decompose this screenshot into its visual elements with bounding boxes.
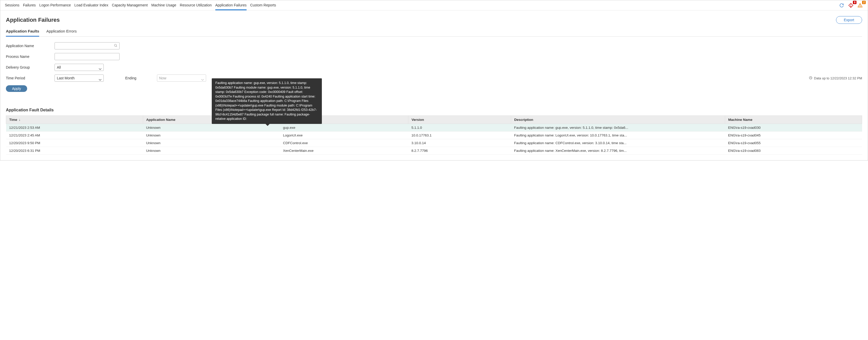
tab-application-errors[interactable]: Application Errors: [46, 29, 76, 36]
ending-select[interactable]: Now: [157, 74, 206, 82]
data-upto-label: Data up to 12/22/2023 12:32 PM: [809, 76, 862, 81]
table-row[interactable]: 12/20/2023 9:50 PMUnknownCDFControl.exe3…: [6, 139, 862, 147]
col-version[interactable]: Version: [408, 116, 511, 124]
col-description[interactable]: Description: [511, 116, 725, 124]
nav-tab-application-failures[interactable]: Application Failures: [215, 1, 247, 10]
chevron-down-icon: [99, 67, 101, 71]
export-button[interactable]: Export: [836, 16, 862, 24]
col-time[interactable]: Time↓: [6, 116, 143, 124]
process-name-input[interactable]: [55, 53, 120, 60]
label-application-name: Application Name: [6, 44, 55, 48]
svg-line-7: [116, 46, 117, 47]
clock-icon: [809, 76, 812, 81]
table-row[interactable]: 12/21/2023 2:45 AMUnknownLogonUI.exe10.0…: [6, 132, 862, 139]
sort-desc-icon: ↓: [19, 118, 21, 122]
delivery-group-select[interactable]: All: [55, 64, 104, 71]
col-machine-name[interactable]: Machine Name: [725, 116, 862, 124]
label-time-period: Time Period: [6, 76, 55, 80]
table-row[interactable]: 12/20/2023 6:31 PMUnknownXenCenterMain.e…: [6, 147, 862, 155]
nav-tab-load-evaluator-index[interactable]: Load Evaluator Index: [74, 1, 108, 10]
application-name-input[interactable]: [55, 42, 120, 50]
tab-application-faults[interactable]: Application Faults: [6, 29, 39, 37]
nav-tab-resource-utilization[interactable]: Resource Utilization: [180, 1, 212, 10]
section-title: Application Fault Details: [6, 108, 862, 113]
warnings-icon[interactable]: 2: [857, 2, 863, 8]
table-row[interactable]: 12/21/2023 2:53 AMUnknowngup.exe5.1.1.0F…: [6, 124, 862, 132]
apply-button[interactable]: Apply: [6, 85, 27, 92]
search-icon: [114, 44, 118, 49]
description-tooltip: Faulting application name: gup.exe, vers…: [212, 78, 322, 124]
nav-tab-sessions[interactable]: Sessions: [5, 1, 20, 10]
label-ending: Ending: [125, 76, 136, 80]
nav-tab-machine-usage[interactable]: Machine Usage: [151, 1, 176, 10]
fault-details-table: Time↓ Application Name Process Name Vers…: [6, 116, 862, 155]
page-title: Application Failures: [6, 17, 60, 23]
nav-tab-custom-reports[interactable]: Custom Reports: [250, 1, 276, 10]
nav-tab-logon-performance[interactable]: Logon Performance: [39, 1, 71, 10]
warnings-badge: 2: [862, 1, 866, 4]
svg-point-6: [115, 44, 117, 47]
chevron-down-icon: [99, 77, 101, 82]
chevron-down-icon: [201, 77, 204, 82]
svg-point-2: [850, 6, 851, 7]
refresh-icon[interactable]: [839, 2, 845, 8]
nav-tabs: SessionsFailuresLogon PerformanceLoad Ev…: [5, 1, 839, 10]
label-delivery-group: Delivery Group: [6, 65, 55, 69]
time-period-select[interactable]: Last Month: [55, 74, 104, 82]
nav-tab-failures[interactable]: Failures: [23, 1, 36, 10]
svg-point-5: [860, 6, 860, 7]
nav-tab-capacity-management[interactable]: Capacity Management: [112, 1, 148, 10]
alerts-icon[interactable]: 8: [848, 2, 854, 8]
label-process-name: Process Name: [6, 55, 55, 59]
alerts-badge: 8: [853, 1, 857, 4]
